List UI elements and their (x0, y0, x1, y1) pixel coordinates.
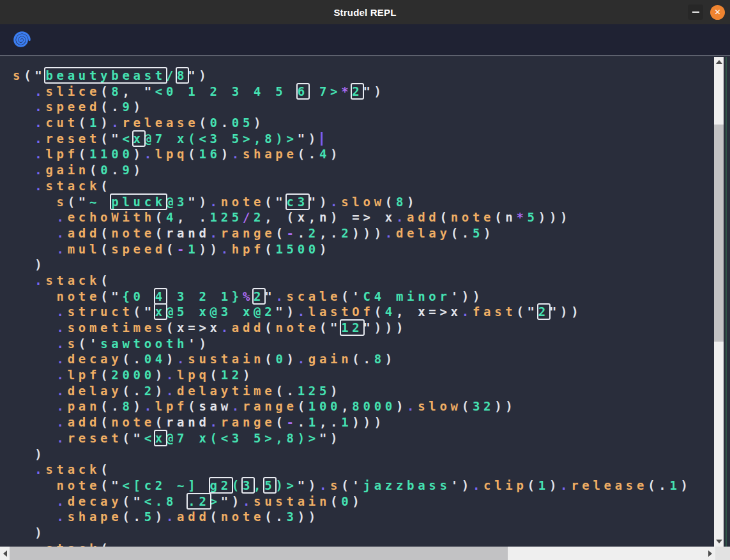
highlighted-token: 6 (298, 84, 308, 98)
code-token: speed (45, 100, 100, 114)
code-token: slice (45, 84, 100, 98)
code-token: ( (374, 305, 385, 319)
code-token: ) (34, 447, 45, 461)
code-line: .gain(0.9) (13, 162, 692, 178)
code-token: ,. (319, 226, 341, 240)
scroll-down-button[interactable] (714, 536, 724, 547)
code-token: ') (188, 337, 209, 351)
code-token: . (57, 352, 68, 366)
code-token: ))) (538, 210, 571, 224)
code-token: ") (298, 478, 319, 492)
code-token: . (177, 352, 188, 366)
titlebar[interactable]: Strudel REPL ✕ (0, 0, 730, 24)
code-token: ) (155, 368, 166, 382)
code-token: )) (298, 510, 319, 524)
highlighted-token: 2 (352, 84, 363, 98)
code-token: saw (199, 399, 231, 413)
code-token (13, 352, 57, 366)
code-token: . (57, 415, 68, 429)
highlighted-token: x (155, 305, 166, 319)
scroll-up-button[interactable] (714, 57, 724, 67)
code-token: . (111, 163, 122, 177)
code-token: ( (210, 368, 221, 382)
code-token: ( (100, 179, 111, 193)
highlighted-token: c3 (287, 195, 308, 209)
code-token: 2000 (111, 368, 155, 382)
code-token: add (68, 226, 100, 240)
text-cursor (321, 132, 323, 146)
code-token: (' (341, 478, 363, 492)
code-token: ( (89, 163, 100, 177)
code-token: 9 (122, 163, 133, 177)
code-token (13, 478, 57, 492)
code-token: 2 (341, 226, 352, 240)
code-token: ( (100, 415, 111, 429)
code-token: {0 (122, 289, 155, 303)
strudel-logo-icon[interactable] (12, 30, 32, 50)
code-token (13, 210, 57, 224)
code-editor[interactable]: s("beautybeast/8") .slice(8, "<0 1 2 3 4… (0, 57, 730, 560)
code-token: ( (166, 242, 177, 256)
code-token: cut (45, 116, 78, 130)
code-token: <[c2 ~] (122, 478, 209, 492)
code-token: s (68, 337, 79, 351)
highlighted-token: 8 (177, 68, 188, 82)
code-token: , (341, 399, 352, 413)
code-token: ) (221, 147, 232, 161)
code-token: sometimes (68, 321, 166, 335)
code-token: range (221, 226, 276, 240)
code-token: @3 (166, 195, 188, 209)
code-token: . (298, 352, 308, 366)
code-token: @7 x(<3 5>,8)> (144, 132, 298, 146)
code-token: x (298, 210, 308, 224)
minimize-button[interactable] (688, 4, 703, 20)
code-token: 5 (473, 226, 483, 240)
code-token: . (560, 478, 571, 492)
code-token: delaytime (177, 384, 275, 398)
code-token: 8 (122, 399, 133, 413)
code-token: s (330, 478, 341, 492)
code-token: , " (122, 84, 155, 98)
code-token: note (57, 478, 101, 492)
scroll-left-button[interactable] (0, 547, 10, 560)
code-token: . (57, 242, 68, 256)
code-token: ) (330, 147, 341, 161)
horizontal-scrollbar-thumb[interactable] (10, 547, 508, 560)
code-token: . (275, 289, 286, 303)
scroll-right-button[interactable] (705, 547, 715, 560)
code-line: .echoWith(4, .125/2, (x,n) => x.add(note… (13, 209, 692, 225)
vertical-scrollbar[interactable] (714, 57, 724, 547)
vertical-scrollbar-thumb[interactable] (714, 125, 724, 342)
code-token: ) (254, 116, 264, 130)
code-token: stack (45, 179, 100, 193)
horizontal-scrollbar[interactable] (0, 547, 715, 560)
code-token: ( (155, 210, 166, 224)
code-token: mul (68, 242, 100, 256)
code-token: fast (473, 305, 517, 319)
code-token: . (57, 494, 68, 508)
code-token: < (122, 132, 133, 146)
code-token: . (298, 226, 308, 240)
close-button[interactable]: ✕ (710, 5, 725, 20)
code-token: ( (100, 84, 111, 98)
code-token: ) (319, 242, 330, 256)
code-token: decay (68, 494, 123, 508)
code-token: n (319, 210, 330, 224)
code-token: 2 (308, 226, 319, 240)
code-token: (" (319, 321, 341, 335)
code-token: . (166, 384, 177, 398)
code-token (13, 462, 34, 476)
code-token: ) (166, 352, 177, 366)
code-token: range (221, 415, 276, 429)
code-token: x (451, 305, 462, 319)
code-token: ( (264, 321, 275, 335)
code-token: (" (122, 431, 144, 445)
code-token: , (308, 210, 319, 224)
code-token: . (34, 462, 45, 476)
code-token: ) (549, 478, 560, 492)
code-token: (. (352, 352, 374, 366)
code-token: ( (275, 226, 286, 240)
code-line: .stack( (13, 178, 692, 194)
code-token: x (385, 210, 396, 224)
code-token: (" (100, 289, 122, 303)
